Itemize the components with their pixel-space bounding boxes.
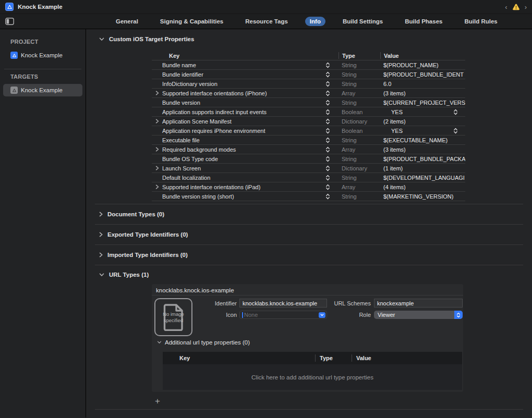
property-key[interactable]: Required background modes bbox=[162, 146, 236, 153]
property-value[interactable]: YES bbox=[380, 128, 465, 134]
property-key[interactable]: Supported interface orientations (iPhone… bbox=[162, 90, 267, 96]
disclosure-chevron-icon[interactable] bbox=[152, 185, 162, 189]
stepper-icon[interactable] bbox=[325, 71, 330, 78]
property-type[interactable]: String bbox=[338, 175, 380, 181]
disclosure-chevron-icon[interactable] bbox=[152, 147, 162, 152]
tab[interactable]: Build Rules bbox=[460, 17, 502, 26]
property-key[interactable]: Application supports indirect input even… bbox=[162, 109, 267, 115]
property-type[interactable]: String bbox=[338, 62, 380, 68]
property-value[interactable]: $(EXECUTABLE_NAME) bbox=[380, 137, 465, 143]
stepper-icon[interactable] bbox=[325, 109, 330, 115]
property-type[interactable]: String bbox=[338, 71, 380, 78]
disclosure-chevron-icon[interactable] bbox=[152, 166, 162, 170]
stepper-icon[interactable] bbox=[325, 146, 330, 153]
stepper-icon[interactable] bbox=[325, 193, 330, 200]
table-row[interactable]: Supported interface orientations (iPhone… bbox=[152, 89, 465, 98]
disclosure-chevron-icon[interactable] bbox=[152, 91, 162, 95]
stepper-icon[interactable] bbox=[325, 81, 330, 87]
property-value[interactable]: $(DEVELOPMENT_LANGUAGI bbox=[380, 175, 465, 181]
property-key[interactable]: Application Scene Manifest bbox=[162, 118, 232, 125]
property-key[interactable]: Launch Screen bbox=[162, 165, 201, 171]
forward-chevron-icon[interactable]: › bbox=[525, 4, 527, 10]
property-type[interactable]: Dictionary bbox=[338, 118, 380, 125]
stepper-icon[interactable] bbox=[453, 109, 458, 115]
property-key[interactable]: Executable file bbox=[162, 137, 200, 143]
table-row[interactable]: Bundle name String $(PRODUCT_NAME) bbox=[152, 60, 465, 70]
property-value[interactable]: $(MARKETING_VERSION) bbox=[380, 193, 465, 200]
tab[interactable]: Resource Tags bbox=[240, 17, 293, 26]
property-type[interactable]: String bbox=[338, 156, 380, 162]
property-key[interactable]: Bundle version bbox=[162, 100, 200, 106]
table-row[interactable]: Bundle OS Type code String $(PRODUCT_BUN… bbox=[152, 154, 465, 164]
stepper-icon[interactable] bbox=[325, 137, 330, 143]
tab[interactable]: Build Settings bbox=[338, 17, 388, 26]
add-property-prompt[interactable]: Click here to add additional url type pr… bbox=[163, 364, 462, 390]
disclosure-chevron-icon[interactable] bbox=[152, 119, 162, 124]
add-url-type-button[interactable]: + bbox=[155, 397, 160, 405]
collapsed-section-header[interactable]: Document Types (0) bbox=[86, 204, 532, 224]
tab[interactable]: Signing & Capabilities bbox=[155, 17, 228, 26]
property-type[interactable]: String bbox=[338, 100, 380, 106]
property-key[interactable]: Bundle name bbox=[162, 62, 196, 68]
stepper-icon[interactable] bbox=[325, 90, 330, 96]
table-row[interactable]: Bundle version string (short) String $(M… bbox=[152, 192, 465, 201]
tab[interactable]: Build Phases bbox=[400, 17, 447, 26]
stepper-icon[interactable] bbox=[325, 156, 330, 162]
property-value[interactable]: $(PRODUCT_BUNDLE_PACKA bbox=[380, 156, 465, 162]
table-row[interactable]: Application Scene Manifest Dictionary (2… bbox=[152, 117, 465, 126]
collapsed-section-header[interactable]: Exported Type Identifiers (0) bbox=[86, 225, 532, 244]
table-row[interactable]: Executable file String $(EXECUTABLE_NAME… bbox=[152, 136, 465, 145]
stepper-icon[interactable] bbox=[325, 128, 330, 134]
property-type[interactable]: Dictionary bbox=[338, 165, 380, 171]
sidebar-item-project[interactable]: Knock Example bbox=[3, 49, 82, 62]
property-type[interactable]: Boolean bbox=[338, 128, 380, 134]
table-row[interactable]: Supported interface orientations (iPad) … bbox=[152, 182, 465, 192]
sidebar-item-target[interactable]: Knock Example bbox=[3, 84, 82, 96]
stepper-icon[interactable] bbox=[325, 62, 330, 68]
property-value[interactable]: (3 items) bbox=[380, 90, 465, 96]
tab[interactable]: Info bbox=[305, 17, 325, 26]
property-value[interactable]: $(PRODUCT_BUNDLE_IDENT bbox=[380, 71, 465, 78]
role-popup-button[interactable]: Viewer bbox=[374, 311, 463, 319]
property-value[interactable]: (3 items) bbox=[380, 146, 465, 153]
property-type[interactable]: Array bbox=[338, 90, 380, 96]
property-key[interactable]: Application requires iPhone environment bbox=[162, 128, 265, 134]
stepper-icon[interactable] bbox=[325, 165, 330, 171]
property-value[interactable]: $(PRODUCT_NAME) bbox=[380, 62, 465, 68]
table-row[interactable]: InfoDictionary version String 6.0 bbox=[152, 79, 465, 89]
table-row[interactable]: Application requires iPhone environment … bbox=[152, 126, 465, 136]
table-row[interactable]: Bundle version String $(CURRENT_PROJECT_… bbox=[152, 98, 465, 107]
stepper-icon[interactable] bbox=[325, 184, 330, 190]
property-type[interactable]: Boolean bbox=[338, 109, 380, 115]
property-type[interactable]: Array bbox=[338, 184, 380, 190]
collapsed-section-header[interactable]: Imported Type Identifiers (0) bbox=[86, 245, 532, 265]
custom-properties-section-header[interactable]: Custom iOS Target Properties bbox=[99, 35, 532, 43]
stepper-icon[interactable] bbox=[325, 100, 330, 106]
property-key[interactable]: Bundle OS Type code bbox=[162, 156, 218, 162]
property-key[interactable]: Default localization bbox=[162, 175, 210, 181]
back-chevron-icon[interactable]: ‹ bbox=[505, 4, 507, 10]
table-row[interactable]: Bundle identifier String $(PRODUCT_BUNDL… bbox=[152, 70, 465, 79]
property-key[interactable]: Supported interface orientations (iPad) bbox=[162, 184, 260, 190]
property-value[interactable]: $(CURRENT_PROJECT_VERS bbox=[380, 100, 465, 106]
property-type[interactable]: String bbox=[338, 137, 380, 143]
property-value[interactable]: (2 items) bbox=[380, 118, 465, 125]
property-type[interactable]: String bbox=[338, 193, 380, 200]
tab[interactable]: General bbox=[111, 17, 143, 26]
table-row[interactable]: Default localization String $(DEVELOPMEN… bbox=[152, 173, 465, 182]
property-key[interactable]: Bundle identifier bbox=[162, 71, 203, 78]
property-value[interactable]: YES bbox=[380, 109, 465, 115]
stepper-icon[interactable] bbox=[325, 118, 330, 125]
table-row[interactable]: Launch Screen Dictionary (1 item) bbox=[152, 164, 465, 173]
stepper-icon[interactable] bbox=[453, 128, 458, 134]
table-row[interactable]: Application supports indirect input even… bbox=[152, 107, 465, 117]
property-type[interactable]: String bbox=[338, 81, 380, 87]
table-row[interactable]: Required background modes Array (3 items… bbox=[152, 145, 465, 154]
property-key[interactable]: InfoDictionary version bbox=[162, 81, 217, 87]
property-key[interactable]: Bundle version string (short) bbox=[162, 193, 234, 200]
url-types-section-header[interactable]: URL Types (1) bbox=[99, 265, 532, 284]
property-value[interactable]: (4 items) bbox=[380, 184, 465, 190]
url-schemes-field[interactable]: knockexample bbox=[374, 299, 463, 308]
sidebar-toggle-icon[interactable] bbox=[5, 18, 14, 25]
property-value[interactable]: 6.0 bbox=[380, 81, 465, 87]
